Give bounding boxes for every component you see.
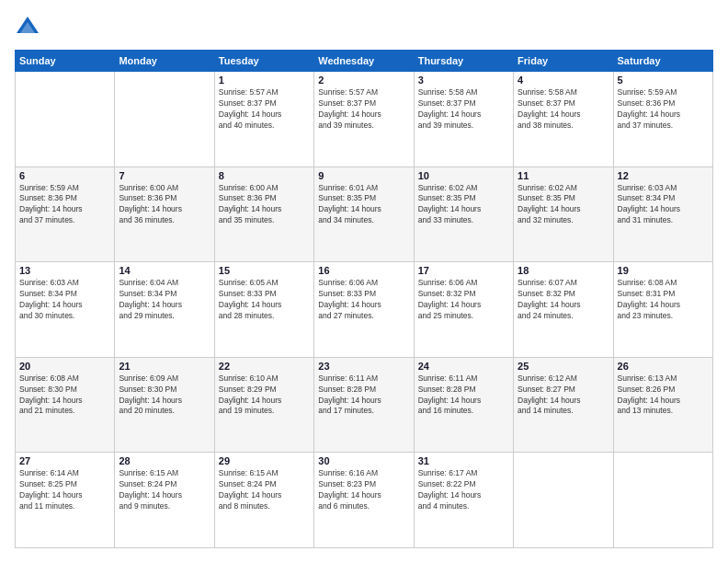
calendar-cell — [115, 72, 214, 167]
day-number: 31 — [418, 455, 509, 466]
weekday-header: Friday — [514, 51, 613, 72]
calendar-cell: 11Sunrise: 6:02 AM Sunset: 8:35 PM Dayli… — [514, 167, 613, 262]
day-number: 24 — [418, 361, 509, 372]
day-number: 5 — [618, 75, 709, 86]
day-number: 1 — [219, 75, 310, 86]
weekday-header: Tuesday — [214, 51, 313, 72]
day-info: Sunrise: 6:14 AM Sunset: 8:25 PM Dayligh… — [19, 468, 110, 512]
day-info: Sunrise: 6:16 AM Sunset: 8:23 PM Dayligh… — [318, 468, 409, 512]
calendar-cell — [613, 453, 712, 548]
day-info: Sunrise: 6:02 AM Sunset: 8:35 PM Dayligh… — [418, 183, 509, 227]
calendar-cell: 15Sunrise: 6:05 AM Sunset: 8:33 PM Dayli… — [214, 262, 313, 358]
calendar-cell: 23Sunrise: 6:11 AM Sunset: 8:28 PM Dayli… — [314, 357, 414, 453]
calendar-cell: 21Sunrise: 6:09 AM Sunset: 8:30 PM Dayli… — [115, 357, 214, 453]
calendar-cell: 30Sunrise: 6:16 AM Sunset: 8:23 PM Dayli… — [314, 453, 414, 548]
calendar-cell: 3Sunrise: 5:58 AM Sunset: 8:37 PM Daylig… — [414, 72, 513, 167]
page: SundayMondayTuesdayWednesdayThursdayFrid… — [0, 0, 728, 563]
calendar-cell: 27Sunrise: 6:14 AM Sunset: 8:25 PM Dayli… — [16, 453, 115, 548]
calendar-cell: 1Sunrise: 5:57 AM Sunset: 8:37 PM Daylig… — [214, 72, 313, 167]
day-info: Sunrise: 6:05 AM Sunset: 8:33 PM Dayligh… — [219, 278, 310, 322]
day-number: 26 — [618, 361, 709, 372]
day-info: Sunrise: 6:06 AM Sunset: 8:33 PM Dayligh… — [318, 278, 409, 322]
day-info: Sunrise: 6:03 AM Sunset: 8:34 PM Dayligh… — [618, 183, 709, 227]
day-number: 28 — [119, 455, 210, 466]
day-number: 16 — [318, 265, 409, 276]
day-number: 3 — [418, 75, 509, 86]
calendar-cell: 14Sunrise: 6:04 AM Sunset: 8:34 PM Dayli… — [115, 262, 214, 358]
day-info: Sunrise: 6:00 AM Sunset: 8:36 PM Dayligh… — [219, 183, 310, 227]
day-info: Sunrise: 6:15 AM Sunset: 8:24 PM Dayligh… — [219, 468, 310, 512]
day-number: 2 — [318, 75, 409, 86]
weekday-header: Sunday — [16, 51, 115, 72]
day-number: 20 — [19, 361, 110, 372]
day-info: Sunrise: 6:13 AM Sunset: 8:26 PM Dayligh… — [618, 373, 709, 418]
calendar-week-row: 13Sunrise: 6:03 AM Sunset: 8:34 PM Dayli… — [16, 262, 713, 358]
day-number: 25 — [518, 361, 609, 372]
calendar-cell: 16Sunrise: 6:06 AM Sunset: 8:33 PM Dayli… — [314, 262, 414, 358]
day-info: Sunrise: 6:09 AM Sunset: 8:30 PM Dayligh… — [119, 373, 210, 418]
day-number: 14 — [119, 265, 210, 276]
day-info: Sunrise: 6:17 AM Sunset: 8:22 PM Dayligh… — [418, 468, 509, 512]
day-info: Sunrise: 6:00 AM Sunset: 8:36 PM Dayligh… — [119, 183, 210, 227]
day-info: Sunrise: 6:08 AM Sunset: 8:30 PM Dayligh… — [19, 373, 110, 418]
calendar-cell: 13Sunrise: 6:03 AM Sunset: 8:34 PM Dayli… — [16, 262, 115, 358]
day-info: Sunrise: 6:01 AM Sunset: 8:35 PM Dayligh… — [318, 183, 409, 227]
day-info: Sunrise: 5:58 AM Sunset: 8:37 PM Dayligh… — [518, 87, 609, 132]
weekday-header: Thursday — [414, 51, 513, 72]
calendar-cell: 2Sunrise: 5:57 AM Sunset: 8:37 PM Daylig… — [314, 72, 414, 167]
calendar-cell: 26Sunrise: 6:13 AM Sunset: 8:26 PM Dayli… — [613, 357, 712, 453]
day-number: 18 — [518, 265, 609, 276]
day-info: Sunrise: 6:03 AM Sunset: 8:34 PM Dayligh… — [19, 278, 110, 322]
day-number: 15 — [219, 265, 310, 276]
weekday-header: Saturday — [613, 51, 712, 72]
day-info: Sunrise: 6:10 AM Sunset: 8:29 PM Dayligh… — [219, 373, 310, 418]
calendar-cell: 28Sunrise: 6:15 AM Sunset: 8:24 PM Dayli… — [115, 453, 214, 548]
calendar-cell: 20Sunrise: 6:08 AM Sunset: 8:30 PM Dayli… — [16, 357, 115, 453]
calendar-cell: 31Sunrise: 6:17 AM Sunset: 8:22 PM Dayli… — [414, 453, 513, 548]
calendar-week-row: 6Sunrise: 5:59 AM Sunset: 8:36 PM Daylig… — [16, 167, 713, 262]
day-number: 9 — [318, 170, 409, 181]
calendar-cell — [514, 453, 613, 548]
calendar-cell: 10Sunrise: 6:02 AM Sunset: 8:35 PM Dayli… — [414, 167, 513, 262]
day-info: Sunrise: 6:06 AM Sunset: 8:32 PM Dayligh… — [418, 278, 509, 322]
calendar-cell: 12Sunrise: 6:03 AM Sunset: 8:34 PM Dayli… — [613, 167, 712, 262]
day-info: Sunrise: 6:07 AM Sunset: 8:32 PM Dayligh… — [518, 278, 609, 322]
calendar-cell: 9Sunrise: 6:01 AM Sunset: 8:35 PM Daylig… — [314, 167, 414, 262]
day-info: Sunrise: 6:11 AM Sunset: 8:28 PM Dayligh… — [318, 373, 409, 418]
day-info: Sunrise: 5:57 AM Sunset: 8:37 PM Dayligh… — [219, 87, 310, 132]
day-number: 30 — [318, 455, 409, 466]
calendar-cell: 4Sunrise: 5:58 AM Sunset: 8:37 PM Daylig… — [514, 72, 613, 167]
day-info: Sunrise: 5:59 AM Sunset: 8:36 PM Dayligh… — [19, 183, 110, 227]
day-info: Sunrise: 6:02 AM Sunset: 8:35 PM Dayligh… — [518, 183, 609, 227]
weekday-header-row: SundayMondayTuesdayWednesdayThursdayFrid… — [16, 51, 713, 72]
day-number: 29 — [219, 455, 310, 466]
weekday-header: Wednesday — [314, 51, 414, 72]
day-number: 11 — [518, 170, 609, 181]
day-number: 21 — [119, 361, 210, 372]
day-info: Sunrise: 6:04 AM Sunset: 8:34 PM Dayligh… — [119, 278, 210, 322]
day-info: Sunrise: 5:59 AM Sunset: 8:36 PM Dayligh… — [618, 87, 709, 132]
calendar-cell: 5Sunrise: 5:59 AM Sunset: 8:36 PM Daylig… — [613, 72, 712, 167]
calendar-cell: 7Sunrise: 6:00 AM Sunset: 8:36 PM Daylig… — [115, 167, 214, 262]
day-number: 6 — [19, 170, 110, 181]
logo-icon — [15, 15, 40, 40]
calendar-cell: 19Sunrise: 6:08 AM Sunset: 8:31 PM Dayli… — [613, 262, 712, 358]
day-number: 12 — [618, 170, 709, 181]
logo — [15, 15, 44, 40]
day-number: 10 — [418, 170, 509, 181]
day-number: 22 — [219, 361, 310, 372]
day-number: 13 — [19, 265, 110, 276]
day-info: Sunrise: 6:12 AM Sunset: 8:27 PM Dayligh… — [518, 373, 609, 418]
calendar-cell: 17Sunrise: 6:06 AM Sunset: 8:32 PM Dayli… — [414, 262, 513, 358]
day-info: Sunrise: 6:08 AM Sunset: 8:31 PM Dayligh… — [618, 278, 709, 322]
day-number: 19 — [618, 265, 709, 276]
calendar-week-row: 1Sunrise: 5:57 AM Sunset: 8:37 PM Daylig… — [16, 72, 713, 167]
calendar-cell: 22Sunrise: 6:10 AM Sunset: 8:29 PM Dayli… — [214, 357, 313, 453]
calendar-cell — [16, 72, 115, 167]
day-number: 8 — [219, 170, 310, 181]
header — [15, 15, 713, 40]
calendar-week-row: 20Sunrise: 6:08 AM Sunset: 8:30 PM Dayli… — [16, 357, 713, 453]
calendar-cell: 6Sunrise: 5:59 AM Sunset: 8:36 PM Daylig… — [16, 167, 115, 262]
calendar-cell: 29Sunrise: 6:15 AM Sunset: 8:24 PM Dayli… — [214, 453, 313, 548]
day-info: Sunrise: 5:58 AM Sunset: 8:37 PM Dayligh… — [418, 87, 509, 132]
